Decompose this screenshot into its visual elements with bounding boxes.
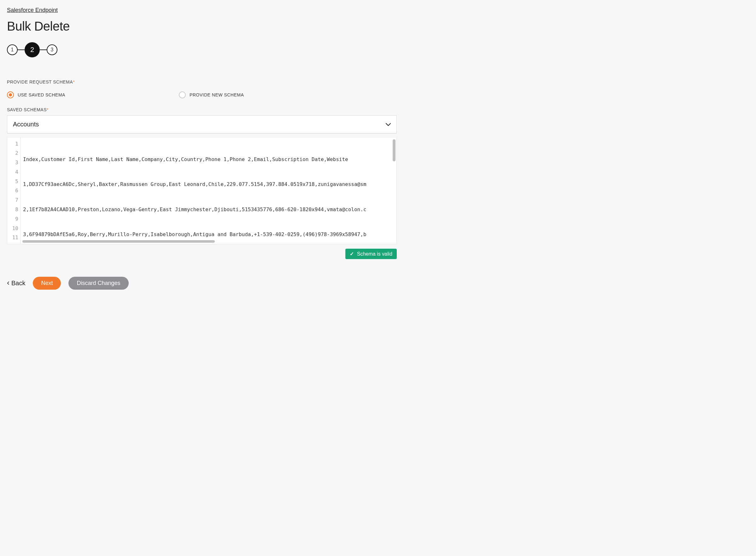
vertical-scrollbar[interactable] [393,139,395,161]
radio-use-saved-label: USE SAVED SCHEMA [18,92,65,97]
step-2[interactable]: 2 [25,42,40,57]
back-button-label: Back [11,280,25,287]
select-value: Accounts [13,121,39,128]
request-schema-label-text: PROVIDE REQUEST SCHEMA [7,79,73,84]
line-number: 8 [7,205,20,215]
line-number: 4 [7,167,20,177]
saved-schema-select[interactable]: Accounts [7,115,397,133]
required-asterisk: * [47,107,48,112]
line-number: 9 [7,214,20,224]
required-asterisk: * [73,79,75,84]
radio-icon-unselected [179,92,186,98]
schema-valid-badge: Schema is valid [346,249,397,259]
code-line: 3,6F94879bDAfE5a6,Roy,Berry,Murillo-Perr… [23,230,394,240]
step-connector [18,49,25,50]
discard-changes-button[interactable]: Discard Changes [68,277,128,290]
code-gutter: 1 2 3 4 5 6 7 8 9 10 11 12 13 [7,137,21,244]
line-number: 6 [7,186,20,196]
code-line: Index,Customer Id,First Name,Last Name,C… [23,155,394,165]
back-button[interactable]: Back [7,280,25,287]
line-number: 5 [7,177,20,186]
code-line: 1,DD37Cf93aecA6Dc,Sheryl,Baxter,Rasmusse… [23,180,394,189]
request-schema-label: PROVIDE REQUEST SCHEMA* [7,79,397,84]
line-number: 12 [7,243,20,244]
radio-icon-selected [7,92,14,98]
schema-valid-text: Schema is valid [357,251,392,257]
line-number: 11 [7,233,20,243]
saved-schemas-label-text: SAVED SCHEMAS [7,107,47,112]
radio-provide-new-label: PROVIDE NEW SCHEMA [190,92,244,97]
radio-provide-new-schema[interactable]: PROVIDE NEW SCHEMA [179,92,244,98]
code-content[interactable]: Index,Customer Id,First Name,Last Name,C… [21,137,396,244]
step-3[interactable]: 3 [47,44,57,55]
code-line: 2,1Ef7b82A4CAAD10,Preston,Lozano,Vega-Ge… [23,205,394,214]
chevron-down-icon [386,122,391,127]
horizontal-scrollbar[interactable] [22,240,215,243]
line-number: 2 [7,149,20,158]
step-1[interactable]: 1 [7,44,18,55]
breadcrumb-link[interactable]: Salesforce Endpoint [7,7,58,13]
next-button[interactable]: Next [33,277,61,290]
schema-code-editor[interactable]: 1 2 3 4 5 6 7 8 9 10 11 12 13 Index,Cust… [7,137,397,244]
line-number: 7 [7,196,20,205]
radio-use-saved-schema[interactable]: USE SAVED SCHEMA [7,92,65,98]
page-title: Bulk Delete [7,19,397,33]
chevron-left-icon [7,280,9,287]
check-icon [350,251,354,257]
line-number: 1 [7,139,20,149]
line-number: 10 [7,224,20,233]
saved-schemas-label: SAVED SCHEMAS* [7,107,397,112]
line-number: 3 [7,158,20,168]
step-connector [40,49,47,50]
stepper: 1 2 3 [7,42,397,57]
